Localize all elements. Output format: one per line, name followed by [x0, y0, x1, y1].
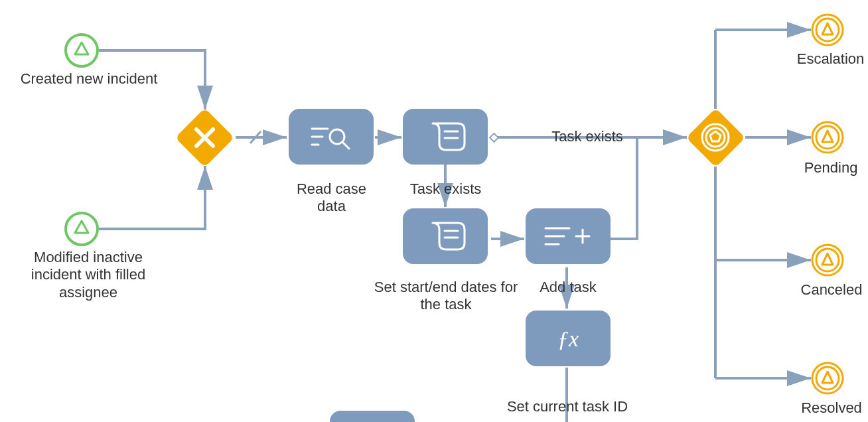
svg-rect-19: [526, 208, 611, 264]
task-set-dates[interactable]: [403, 208, 488, 264]
task-task-exists[interactable]: [403, 109, 488, 165]
svg-rect-13: [403, 109, 488, 165]
svg-rect-28: [686, 108, 745, 167]
svg-text:ƒx: ƒx: [557, 326, 579, 351]
event-canceled[interactable]: [812, 245, 843, 275]
start-event-created[interactable]: [66, 35, 98, 66]
bpmn-diagram: ƒx: [0, 0, 868, 422]
svg-point-2: [66, 35, 98, 66]
svg-rect-1: [490, 133, 498, 142]
svg-rect-16: [403, 208, 488, 264]
task-partial-bottom[interactable]: [330, 411, 415, 422]
event-resolved[interactable]: [812, 363, 843, 393]
task-add-task[interactable]: [526, 208, 611, 264]
svg-rect-27: [330, 411, 415, 422]
task-read-case[interactable]: [289, 109, 374, 165]
event-pending[interactable]: [812, 122, 843, 153]
task-set-current-task-id[interactable]: ƒx: [526, 311, 611, 366]
gateway-complex[interactable]: [686, 108, 745, 167]
event-escalation[interactable]: [812, 15, 843, 45]
svg-rect-7: [289, 109, 374, 165]
start-event-modified[interactable]: [66, 213, 98, 245]
gateway-exclusive[interactable]: [175, 108, 234, 167]
svg-point-3: [66, 213, 98, 245]
